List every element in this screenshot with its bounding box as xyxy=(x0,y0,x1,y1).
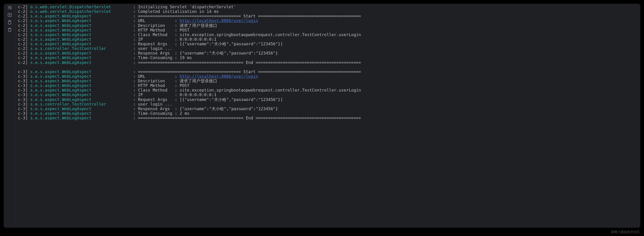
log-line: c-3] s.e.s.aspect.WebLogAspect : Time-Co… xyxy=(18,111,638,116)
log-line: c-3] s.e.s.aspect.WebLogAspect : Class M… xyxy=(18,88,638,92)
download-icon[interactable] xyxy=(7,12,12,17)
log-line: c-2] s.e.s.aspect.WebLogAspect : Class M… xyxy=(18,32,638,37)
log-line: c-3] s.e.s.aspect.WebLogAspect : Respons… xyxy=(18,106,638,111)
log-line: c-2] o.s.web.servlet.DispatcherServlet :… xyxy=(18,9,638,14)
log-line: c-2] s.e.s.aspect.WebLogAspect : IP : 0:… xyxy=(18,37,638,42)
log-line: c-2] s.e.s.aspect.WebLogAspect : Request… xyxy=(18,42,638,46)
log-line: c-2] s.e.s.aspect.WebLogAspect : Time-Co… xyxy=(18,55,638,60)
log-line: c-3] s.e.s.aspect.WebLogAspect : =======… xyxy=(18,116,638,120)
url-link[interactable]: http://localhost:8080/user/login xyxy=(180,74,258,79)
console-panel: c-2] o.s.web.servlet.DispatcherServlet :… xyxy=(4,4,640,228)
log-line: c-3] s.e.s.aspect.WebLogAspect : IP : 0:… xyxy=(18,92,638,97)
log-line: c-3] s.e.s.aspect.WebLogAspect : Descrip… xyxy=(18,79,638,83)
log-line: c-2] s.e.s.controller.TestController : u… xyxy=(18,46,638,51)
gutter-toolbar xyxy=(4,4,16,228)
log-line: c-3] s.e.s.aspect.WebLogAspect : URL : h… xyxy=(18,74,638,79)
wrap-icon[interactable] xyxy=(7,5,12,10)
log-line: c-2] s.e.s.aspect.WebLogAspect : HTTP Me… xyxy=(18,28,638,32)
log-line: c-2] s.e.s.aspect.WebLogAspect : =======… xyxy=(18,14,638,18)
log-line: c-3] s.e.s.aspect.WebLogAspect : =======… xyxy=(18,69,638,74)
log-line xyxy=(18,65,638,69)
log-line: c-3] s.e.s.aspect.WebLogAspect : HTTP Me… xyxy=(18,83,638,88)
log-line: c-2] s.e.s.aspect.WebLogAspect : URL : h… xyxy=(18,18,638,23)
log-line: c-3] s.e.s.aspect.WebLogAspect : Request… xyxy=(18,97,638,102)
log-line: c-3] s.e.s.controller.TestController : u… xyxy=(18,102,638,106)
log-line: c-2] s.e.s.aspect.WebLogAspect : =======… xyxy=(18,60,638,65)
log-output[interactable]: c-2] o.s.web.servlet.DispatcherServlet :… xyxy=(16,4,640,228)
clipboard-icon[interactable] xyxy=(7,20,12,25)
log-line: c-2] s.e.s.aspect.WebLogAspect : Descrip… xyxy=(18,23,638,28)
log-line: c-2] o.s.web.servlet.DispatcherServlet :… xyxy=(18,4,638,9)
trash-icon[interactable] xyxy=(7,27,12,32)
url-link[interactable]: http://localhost:8080/user/login xyxy=(180,18,258,23)
log-line: c-2] s.e.s.aspect.WebLogAspect : Respons… xyxy=(18,51,638,55)
watermark: @稀土掘金技术社区 xyxy=(611,230,640,234)
